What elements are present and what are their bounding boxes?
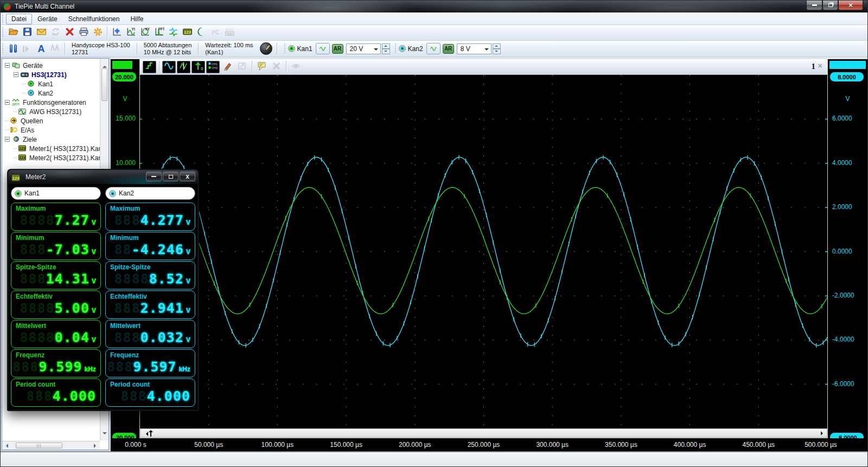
meter-value: -7.03 [46, 242, 90, 257]
meter-value: 9.597 [133, 359, 176, 375]
open-button[interactable] [6, 26, 20, 39]
meter-cell-label: Minimum [110, 234, 139, 242]
tree-item-ger-te[interactable]: Geräte [3, 61, 100, 70]
axis-range-slider[interactable] [829, 60, 866, 70]
waveform-plot-area[interactable] [140, 75, 827, 428]
meter-button[interactable]: 123 [180, 26, 194, 39]
tree-item-ziele[interactable]: Ziele [3, 135, 100, 144]
autorange-badge[interactable]: AR [443, 44, 454, 54]
meter-cell-minimum-kan2: Minimum88-4.246V [105, 232, 195, 260]
scroll-right-arrow[interactable] [94, 444, 98, 448]
svg-text:gen: gen [12, 102, 20, 106]
scroll-down-arrow[interactable] [103, 432, 107, 437]
menu-item-ger-te[interactable]: Geräte [32, 14, 63, 24]
tree-expand-toggle[interactable] [5, 100, 10, 105]
autorange-button[interactable]: A [34, 42, 48, 55]
mail-button[interactable] [34, 26, 48, 39]
xy-graph-button[interactable]: XY [138, 26, 152, 39]
axis-max-value[interactable]: 8.0000 [829, 72, 864, 82]
scroll-up-arrow[interactable] [103, 64, 107, 68]
signal-type-button[interactable] [316, 43, 330, 54]
axis-range-slider[interactable] [112, 60, 133, 70]
tree-item-kan1[interactable]: Kan1 [3, 79, 100, 89]
title-bar[interactable]: TiePie Multi Channel × [1, 1, 867, 12]
range-step-down[interactable] [382, 49, 390, 54]
paint-button[interactable] [221, 61, 234, 73]
waveform-button[interactable] [166, 26, 180, 39]
autorange-badge[interactable]: AR [332, 44, 343, 54]
meter-cell-label: Minimum [16, 234, 44, 242]
meter-tab-kan2[interactable]: Kan2 [105, 187, 195, 200]
channel-visibility-icon: CH1CH2 [208, 61, 218, 72]
meter-cell-label: Frequenz [16, 351, 44, 359]
range-step-down[interactable] [493, 49, 501, 54]
tree-item-e-as[interactable]: E/As [3, 125, 100, 135]
minimize-button[interactable] [806, 1, 822, 10]
range-select[interactable]: 8 V [457, 43, 492, 54]
axis-max-value[interactable]: 20.000 [112, 72, 137, 82]
meter-tab-label: Kan2 [119, 190, 134, 197]
meter-title-bar[interactable]: 123 Meter2 x [8, 170, 198, 184]
tree-vscroll-thumb[interactable] [101, 68, 107, 101]
tree-item-meter1-hs3-12731-kan[interactable]: 123Meter1( HS3(12731).Kan [3, 144, 100, 153]
menu-item-schnellfunktionen[interactable]: Schnellfunktionen [63, 14, 125, 24]
pan-right-arrow[interactable] [821, 431, 825, 436]
range-step-up[interactable] [493, 43, 501, 49]
restore-button[interactable] [822, 1, 838, 10]
interpolation-step-button[interactable] [143, 61, 156, 73]
pause-button[interactable] [6, 42, 20, 55]
trigger-marker[interactable] [144, 430, 155, 437]
menu-item-hilfe[interactable]: Hilfe [125, 14, 149, 24]
graph-close-icon[interactable]: × [814, 61, 826, 70]
trigger-knob-icon[interactable] [260, 42, 272, 55]
envelope-button[interactable] [177, 61, 190, 73]
autoscale-zero-button[interactable]: 0 [192, 61, 205, 73]
right-axis: 8.0000V6.00004.00002.00000.0000-2.0000-4… [827, 59, 867, 451]
meter-cell-label: Spitze-Spitze [16, 263, 56, 271]
tree-hscroll-thumb[interactable] [16, 443, 62, 449]
menu-item-datei[interactable]: Datei [6, 14, 32, 24]
meter-value: 2.941 [141, 300, 184, 316]
meter-icon: 123 [182, 27, 193, 39]
tree-expand-toggle[interactable] [5, 63, 10, 68]
channel-visibility-button[interactable]: CH1CH2 [206, 61, 220, 73]
scroll-left-arrow[interactable] [4, 444, 8, 448]
generator-icon: gen [12, 99, 21, 106]
minimize-icon [812, 4, 817, 6]
tree-item-funktionsgeneratoren[interactable]: genFunktionsgeneratoren [3, 98, 100, 107]
meter-close-button[interactable]: x [180, 172, 195, 181]
tree-item-label: Geräte [23, 62, 43, 70]
meter-value: 7.27 [55, 212, 90, 228]
tree-horizontal-scrollbar[interactable] [2, 441, 100, 450]
signal-sine-button[interactable] [162, 61, 176, 73]
meter-value: 0.04 [55, 330, 90, 345]
print-button[interactable] [76, 26, 91, 39]
delete-button[interactable] [62, 26, 76, 39]
settings-button[interactable] [91, 26, 105, 39]
yt-graph-button[interactable]: Yt [124, 26, 138, 39]
tree-item-meter2-hs3-12731-kan[interactable]: 123Meter2( HS3(12731).Kan [3, 153, 100, 162]
moon-button[interactable] [194, 26, 208, 39]
meter-tab-kan1[interactable]: Kan1 [11, 187, 101, 200]
add-graph-button[interactable] [110, 26, 124, 39]
fft-graph-button[interactable]: FFT [152, 26, 166, 39]
save-button[interactable] [20, 26, 34, 39]
tree-item-kan2[interactable]: Kan2 [3, 89, 100, 98]
tree-item-awg-hs3-12731[interactable]: AWG HS3(12731) [3, 107, 100, 116]
restore-icon [828, 3, 833, 7]
range-select[interactable]: 20 V [346, 43, 381, 54]
i2c-icon: I²C [210, 27, 221, 39]
signal-type-button[interactable] [426, 43, 441, 54]
comment-button[interactable] [255, 61, 269, 73]
tree-item-hs3-12731[interactable]: HS3(12731) [3, 70, 100, 79]
tree-expand-toggle[interactable] [14, 72, 18, 77]
close-button[interactable]: × [838, 1, 863, 10]
tree-item-quellen[interactable]: Quellen [3, 116, 100, 125]
range-step-up[interactable] [382, 43, 390, 49]
meter-minimize-button[interactable] [146, 172, 162, 181]
graph-pan-scrollbar[interactable] [140, 428, 827, 438]
meter-ghost-digits: 88 [114, 242, 132, 257]
meter-maximize-button[interactable] [163, 172, 178, 181]
meter-window[interactable]: 123 Meter2 x Kan1Kan2 Maximum88887.27VMa… [7, 169, 199, 411]
tree-expand-toggle[interactable] [5, 137, 10, 142]
